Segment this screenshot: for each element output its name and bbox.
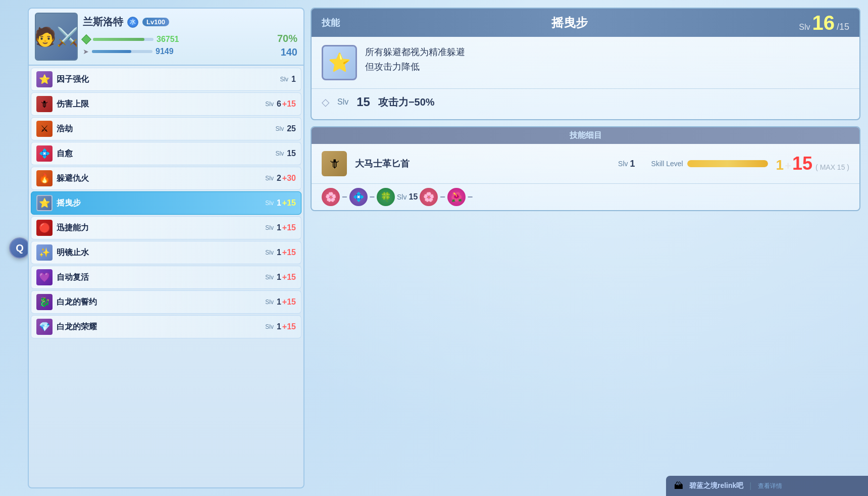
effect-slv-num: 15 [356,95,370,109]
bottom-logo: 碧蓝之境relink吧 [689,481,743,490]
skill-icon-dodge-fire: 🔥 [36,170,53,186]
token-dash-2: − [370,192,375,203]
hp-bar-container [93,38,154,41]
skill-level-num-display: 1 + 15 ( MAX 15 ) [776,153,849,174]
effect-description: 攻击力−50% [378,95,435,109]
skill-level-plus-sign: + [785,160,791,173]
skill-icon-white-dragon-glory: 💎 [36,319,53,335]
skill-level-dmg-cap: Slv 6 +15 [265,100,296,109]
stat-hp-entry: 36751 [83,35,277,44]
skill-item-white-dragon-glory[interactable]: 💎 白龙的荣耀 Slv 1 +15 [31,315,301,338]
skill-icon-heal: 💠 [36,145,53,162]
skill-level-plunder: Slv 25 [276,124,296,133]
skill-level-label: Skill Level [651,160,683,168]
skill-level-heal: Slv 15 [276,149,296,158]
skill-bottom-header: 技能细目 [312,127,859,144]
hp-bar [93,38,144,41]
skill-icon-factor: ⭐ [36,71,53,87]
skill-icon-mirror-water: ✨ [36,244,53,261]
weapon-slv-num: 1 [630,159,635,169]
water-element-icon: 水 [127,17,138,28]
stat-row-group: 36751 ➤ 9149 70% [83,33,297,58]
bottom-bar: 🏔 碧蓝之境relink吧 | 查看详情 [666,476,868,496]
diamond-icon [81,34,91,44]
skill-name-white-dragon-glory: 白龙的荣耀 [57,322,265,332]
skill-level-factor: Slv 1 [280,75,296,84]
token-dash-4: − [440,192,445,203]
bottom-icon: 🏔 [674,481,683,491]
atk-bar-container [92,50,152,53]
skill-level-quick-ability: Slv 1 +15 [265,223,296,232]
skill-section-label: 技能 [322,17,340,29]
skill-item-quick-ability[interactable]: 🔴 迅捷能力 Slv 1 +15 [31,216,301,239]
q-button[interactable]: Q [9,237,30,259]
skill-item-dodge-fire[interactable]: 🔥 躲避仇火 Slv 2 +30 [31,167,301,190]
weapon-slv-display: Slv 1 [618,159,635,169]
main-container: 🧑‍⚔️ 兰斯洛特 水 Lv100 [28,8,860,488]
skill-item-dmg-cap[interactable]: 🗡 伤害上限 Slv 6 +15 [31,92,301,116]
skill-level-bar-container [687,160,768,167]
skill-level-sway-step: Slv 1 +15 [265,199,296,208]
skill-detail-card: 技能 摇曳步 Slv 16 /15 ⭐ 所有躲避都视为精准躲避 但攻击力降低 [311,8,860,120]
skill-item-factor[interactable]: ⭐ 因子强化 Slv 1 [31,68,301,91]
skill-item-sway-step[interactable]: ⭐ 摇曳步 Slv 1 +15 [31,191,301,215]
skill-name-factor: 因子强化 [57,74,280,85]
skill-effects-area: ◇ Slv 15 攻击力−50% [312,88,859,119]
skills-list: ⭐ 因子强化 Slv 1 🗡 伤害上限 Slv 6 +15 ⚔ 浩劫 [28,66,304,488]
skill-detail-body: ⭐ 所有躲避都视为精准躲避 但攻击力降低 [312,37,859,88]
arrow-icon: ➤ [83,47,89,56]
char-name-row: 兰斯洛特 水 Lv100 [83,15,297,29]
skill-level-white-dragon-vow: Slv 1 +15 [265,297,296,307]
stat-left: 36751 ➤ 9149 [83,35,277,56]
weapon-icon-box: 🗡 [322,151,347,176]
token-slv-num-3: 15 [409,192,418,202]
token-icon-1: 🌸 [322,188,340,206]
effect-row: ◇ Slv 15 攻击力−50% [322,95,849,109]
skill-description: 所有躲避都视为精准躲避 但攻击力降低 [365,45,465,74]
effect-arrow-icon: ◇ [322,96,329,108]
token-slv-label-3: Slv [397,193,406,201]
token-icon-4: 🌸 [420,188,438,206]
character-header: 🧑‍⚔️ 兰斯洛特 水 Lv100 [28,8,304,66]
atk-bar [92,50,131,53]
skill-icon-sway-step: ⭐ [36,195,53,211]
skill-item-auto-revive[interactable]: 💜 自动复活 Slv 1 +15 [31,266,301,289]
weapon-slv-label: Slv [618,160,628,168]
atk-value: 9149 [156,47,186,56]
skill-item-white-dragon-vow[interactable]: 🐉 白龙的誓约 Slv 1 +15 [31,290,301,314]
skill-title-area: 摇曳步 [551,15,588,31]
percent-row: 70% [277,33,297,44]
tokens-row: 🌸 − 💠 − 🍀 Slv 15 🌸 − 🌺 − [312,183,859,210]
skill-title: 摇曳步 [551,15,588,31]
skill-item-plunder[interactable]: ⚔ 浩劫 Slv 25 [31,117,301,140]
token-icon-5: 🌺 [447,188,466,206]
stat-right: 70% 140 [277,33,297,58]
level-badge: Lv100 [142,18,169,26]
slv-max-display: /15 [837,22,849,32]
skill-detail-header: 技能 摇曳步 Slv 16 /15 [312,9,859,37]
skill-name-quick-ability: 迅捷能力 [57,223,265,233]
token-dash-5: − [468,192,473,203]
bottom-separator: | [749,481,751,490]
num-row: 140 [281,46,297,58]
left-panel: 🧑‍⚔️ 兰斯洛特 水 Lv100 [28,8,304,488]
skill-level-auto-revive: Slv 1 +15 [265,273,296,282]
bottom-link[interactable]: 查看详情 [758,482,782,490]
num-value: 140 [281,46,297,58]
skill-item-mirror-water[interactable]: ✨ 明镜止水 Slv 1 +15 [31,241,301,264]
skill-icon-dmg-cap: 🗡 [36,96,53,112]
percent-value: 70% [277,33,297,44]
skill-name-sway-step: 摇曳步 [57,198,265,209]
skill-icon-plunder: ⚔ [36,121,53,137]
skill-item-heal[interactable]: 💠 自愈 Slv 15 [31,142,301,165]
skill-icon-quick-ability: 🔴 [36,220,53,236]
skill-name-heal: 自愈 [57,148,276,159]
skill-level-base-num: 1 [776,157,784,173]
skill-slv-display: Slv 16 /15 [799,13,849,33]
skill-level-mirror-water: Slv 1 +15 [265,248,296,257]
token-dash-1: − [342,192,347,203]
skill-name-white-dragon-vow: 白龙的誓约 [57,297,265,308]
hp-value: 36751 [157,35,187,44]
skill-level-bar [687,160,768,167]
skill-name-dodge-fire: 躲避仇火 [57,173,265,184]
